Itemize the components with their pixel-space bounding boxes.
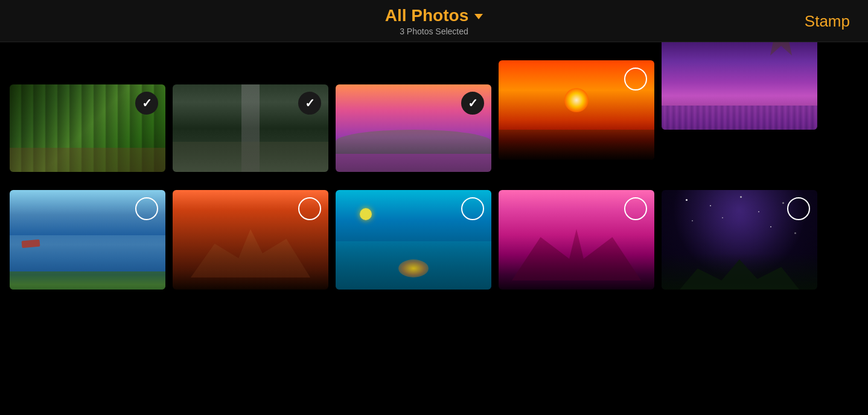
all-photos-label: All Photos bbox=[385, 6, 468, 25]
selection-circle-6[interactable]: ✓ bbox=[135, 197, 158, 220]
photo-item-6[interactable]: ✓ bbox=[10, 190, 165, 290]
photo-item-2[interactable]: ✓ bbox=[173, 84, 328, 172]
photo-item-9[interactable]: ✓ bbox=[499, 190, 654, 290]
header-center: All Photos 3 Photos Selected bbox=[385, 6, 483, 36]
photo-item-1[interactable]: ✓ bbox=[10, 84, 165, 172]
photo-item-4[interactable]: ✓ bbox=[499, 60, 654, 160]
photo-item-7[interactable]: ✓ bbox=[173, 190, 328, 290]
photo-row-2: ✓ ✓ ✓ ✓ bbox=[0, 190, 868, 290]
photo-item-3[interactable]: ✓ bbox=[336, 84, 491, 172]
selection-circle-3[interactable]: ✓ bbox=[461, 92, 484, 115]
selection-circle-9[interactable]: ✓ bbox=[624, 197, 647, 220]
photo-item-10[interactable]: ✓ bbox=[662, 190, 817, 290]
chevron-down-icon[interactable] bbox=[474, 14, 483, 19]
photo-row-1: ✓ ✓ ✓ bbox=[0, 54, 868, 172]
selection-circle-10[interactable]: ✓ bbox=[787, 197, 810, 220]
selection-circle-4[interactable]: ✓ bbox=[624, 68, 647, 90]
selection-circle-1[interactable]: ✓ bbox=[135, 92, 158, 115]
stamp-button[interactable]: Stamp bbox=[805, 11, 850, 30]
photo-item-8[interactable]: ✓ bbox=[336, 190, 491, 290]
checkmark-1: ✓ bbox=[142, 97, 152, 109]
selection-circle-8[interactable]: ✓ bbox=[461, 197, 484, 220]
header: All Photos 3 Photos Selected Stamp bbox=[0, 0, 868, 42]
checkmark-2: ✓ bbox=[305, 97, 315, 109]
selection-count: 3 Photos Selected bbox=[385, 27, 483, 36]
photo-grid: ✓ ✓ ✓ bbox=[0, 42, 868, 305]
checkmark-3: ✓ bbox=[468, 97, 478, 109]
photo-item-5[interactable]: ✓ bbox=[662, 42, 817, 130]
header-title[interactable]: All Photos bbox=[385, 6, 483, 25]
selection-circle-7[interactable]: ✓ bbox=[298, 197, 321, 220]
selection-circle-2[interactable]: ✓ bbox=[298, 92, 321, 115]
